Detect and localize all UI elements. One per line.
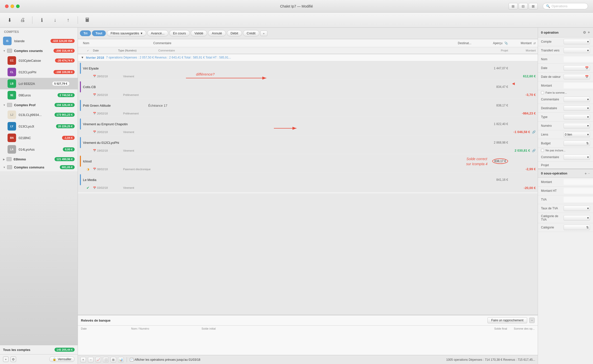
- expand-month-icon[interactable]: ▼: [81, 56, 84, 59]
- annule-button[interactable]: Annulé: [208, 30, 226, 36]
- rp-type-select[interactable]: ▾: [564, 114, 590, 120]
- print-icon[interactable]: 🖨: [18, 16, 27, 25]
- rp-liens-label: Liens: [541, 133, 564, 136]
- avatar-lcl: LB: [8, 79, 16, 88]
- add-icon[interactable]: +: [588, 30, 590, 35]
- col-header-commentaire: Commentaire: [153, 41, 458, 45]
- rp-liens-select[interactable]: 0 lien ▾: [564, 132, 590, 137]
- sidebar-settings-button[interactable]: ⚙: [11, 356, 16, 362]
- rp-montant-input[interactable]: [564, 83, 593, 88]
- rp-categorie-tva-select[interactable]: ▾: [564, 215, 590, 221]
- add-account-button[interactable]: +: [3, 356, 9, 362]
- sidebar-item-012clyophi[interactable]: CL 012CLyoPhi -188 109,99 €: [0, 66, 78, 78]
- sidebar-item-09euros[interactable]: 9E 09Euros 2 740,50 €: [0, 89, 78, 101]
- rapprochement-button[interactable]: Faire un rapprochement: [487, 317, 527, 323]
- op-row-icloud[interactable]: Icloud 838,17 € ◑ �: [78, 154, 538, 173]
- op-row-virement-012[interactable]: Virement du 012CLyoPhi 2 868,98 € 📅 19/0…: [78, 136, 538, 154]
- rp-transfert-select[interactable]: ▾: [564, 48, 590, 53]
- rp-date-select[interactable]: 📅: [564, 65, 590, 71]
- montant-toggle-icon[interactable]: ⇄: [533, 42, 536, 45]
- sidebar-item-021bnc[interactable]: BN 021BNC -1,04 €: [0, 132, 78, 144]
- avance-button[interactable]: Avancé...: [147, 30, 168, 36]
- rp-date-valeur-select[interactable]: 📅: [564, 74, 590, 80]
- op-apercu-pret-green: 838,17 €: [488, 104, 508, 107]
- remove-op-button[interactable]: −: [88, 357, 93, 362]
- view-button-2[interactable]: ⊟: [519, 3, 528, 10]
- close-button[interactable]: [5, 5, 9, 8]
- rp-taux-tva-select[interactable]: ▾: [564, 206, 590, 211]
- sidebar-item-lcl93322a[interactable]: LB Lcl 93322A 5 527,79 € ◄: [0, 78, 78, 89]
- prevues-checkbox[interactable]: ✓: [130, 358, 133, 361]
- export2-button[interactable]: ⊞: [111, 357, 116, 362]
- op-row-cotis-cb[interactable]: Cotis.CB 834,47 € 📅 26/02/18 Prélè: [78, 80, 538, 98]
- link-icon-chapotin[interactable]: 🔗: [532, 130, 536, 134]
- minimize-button[interactable]: [11, 5, 14, 8]
- lock-button[interactable]: 🔒 Verrouiller: [49, 356, 75, 362]
- calculator-icon[interactable]: 🖩: [83, 16, 92, 25]
- sidebar-item-014lyoass[interactable]: LA 014LyoAss 0,00 €: [0, 144, 78, 155]
- sidebar-group-comptes-communs[interactable]: ▼ Comptes communs 681,05 €: [0, 163, 78, 171]
- view-buttons: ⊞ ⊟ ⊠: [509, 3, 538, 10]
- prevues-checkbox-container[interactable]: ✓ Afficher les opérations prévues jusqu'…: [130, 358, 200, 361]
- search-box[interactable]: 🔍 Opérations: [543, 3, 588, 9]
- faire-somme-checkbox[interactable]: [541, 91, 544, 94]
- debit-button[interactable]: Débit: [227, 30, 242, 36]
- link-icon-012[interactable]: 🔗: [532, 149, 536, 152]
- en-cours-button[interactable]: En cours: [169, 30, 190, 36]
- tout-button[interactable]: Tout: [92, 30, 106, 36]
- arrow-down-icon[interactable]: ↓: [51, 16, 60, 25]
- calendar-icon-rp2: 📅: [585, 75, 589, 79]
- rp-numero-select[interactable]: ▾: [564, 123, 590, 129]
- rp-montant-sub-input[interactable]: [564, 179, 593, 185]
- rp-compte-select[interactable]: ▾: [564, 39, 590, 44]
- rp-nom-input[interactable]: [564, 56, 593, 62]
- sidebar-item-013clyo[interactable]: LY 013CLyoJt 20 226,25 €: [0, 120, 78, 132]
- view-button-3[interactable]: ⊠: [529, 3, 538, 10]
- op-row-pret-green[interactable]: Prêt Green Attitude Échéance 17 838,17 €…: [78, 98, 538, 117]
- credit-button[interactable]: Crédit: [243, 30, 259, 36]
- rp-montant-ht-input[interactable]: [564, 188, 593, 194]
- horizontal-scrollbar[interactable]: [78, 192, 538, 194]
- maximize-button[interactable]: [16, 5, 20, 8]
- chart-button[interactable]: 📈: [95, 357, 101, 362]
- sidebar-group-comptes-prof[interactable]: ▼ Comptes Prof 194 126,44 €: [0, 101, 78, 109]
- sidebar-item-013lcl[interactable]: LJ 013LCLjt9934... 173 901,23 €: [0, 109, 78, 120]
- folder-icon-immo: [7, 157, 12, 161]
- op-row-virement-chapotin[interactable]: Virement au Emprunt Chapotin 1 822,40 € …: [78, 117, 538, 136]
- arrow-up-icon[interactable]: ↑: [64, 16, 73, 25]
- rp-date: Date 📅: [538, 64, 593, 73]
- sidebar-item-islande[interactable]: IS Islande -533 124,00 ISK: [0, 35, 78, 47]
- view-button-1[interactable]: ⊞: [509, 3, 518, 10]
- tri-button[interactable]: Tri: [80, 30, 91, 36]
- rp-sous-op-remove-button[interactable]: −: [588, 171, 590, 175]
- rp-categorie-select[interactable]: ⇅: [564, 225, 590, 230]
- download-icon[interactable]: ⬇: [5, 16, 14, 25]
- export-button[interactable]: ⬜: [103, 357, 109, 362]
- add-op-button[interactable]: +: [80, 357, 86, 362]
- expand-arrow-immo: ▶: [3, 158, 5, 161]
- rp-commentaire-select[interactable]: ▾: [564, 97, 590, 102]
- rp-commentaire2-select[interactable]: ▾: [564, 154, 590, 160]
- sidebar-group-comptes-courants[interactable]: ▼ Comptes courants -200 316,44 €: [0, 47, 78, 55]
- valide-button[interactable]: Validé: [191, 30, 207, 36]
- rp-destinataire-select[interactable]: ▾: [564, 105, 590, 111]
- filter-more-button[interactable]: »: [260, 31, 267, 36]
- rp-sous-op-add-button[interactable]: +: [584, 171, 587, 175]
- info-icon[interactable]: ℹ: [37, 16, 46, 25]
- rapprochement-minus-button[interactable]: −: [529, 318, 535, 323]
- group-name-prof: Comptes Prof: [14, 103, 55, 107]
- filtres-sauvegardes-button[interactable]: Filtres sauvegardés ▾: [107, 30, 146, 36]
- circle-annotation-icloud: 838,17 €: [492, 158, 508, 164]
- type-pret-green: Prélèvement: [123, 112, 163, 115]
- sidebar-item-010cptecaisse[interactable]: CC 010CpteCaisse -20 474,74 €: [0, 55, 78, 66]
- montant-sub-virement-chapotin: -1 046,58 € 🔗: [508, 130, 536, 134]
- export3-button[interactable]: 📊: [118, 357, 124, 362]
- gear-icon[interactable]: ⚙: [583, 30, 586, 34]
- rp-projet: Projet: [538, 162, 593, 169]
- sidebar-group-03immo[interactable]: ▶ 03Immo 121 490,96 €: [0, 155, 78, 163]
- op-row-le-media[interactable]: Le Media 841,16 € ✔ 📅 03/02/18: [78, 173, 538, 192]
- rp-budget-select[interactable]: ⇅: [564, 141, 590, 146]
- rp-tva-input[interactable]: [564, 197, 593, 202]
- ne-pas-inclure-checkbox[interactable]: [541, 149, 544, 152]
- op-row-virt-elyade[interactable]: Virt Elyade 1 447,07 € 📅 28/02/18: [78, 61, 538, 80]
